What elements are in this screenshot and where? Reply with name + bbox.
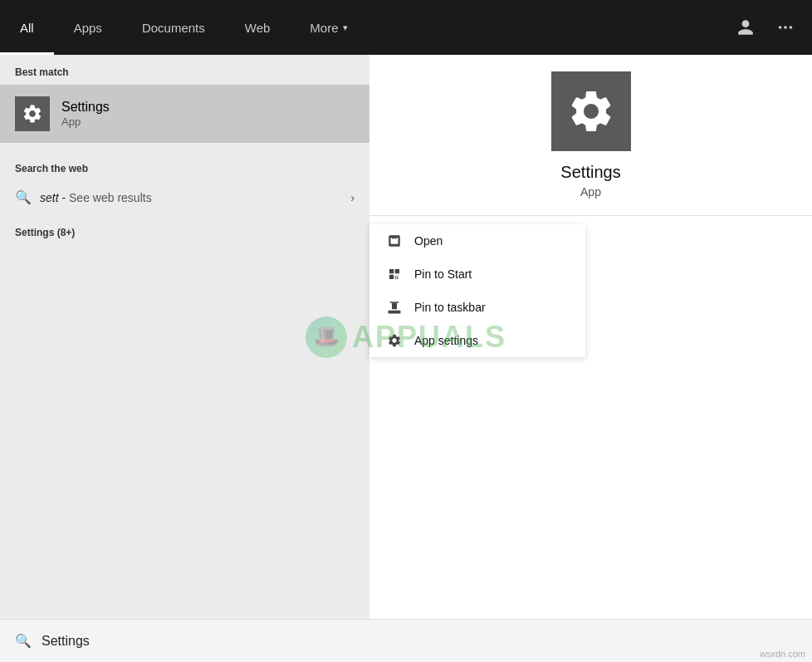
app-settings-gear-icon [386, 332, 403, 349]
settings-item-subtitle: App [61, 115, 110, 128]
person-icon-button[interactable] [729, 11, 762, 44]
left-panel: Best match Settings App Search the web 🔍… [0, 55, 369, 619]
chevron-down-icon: ▾ [343, 22, 348, 33]
tab-apps-label: Apps [74, 21, 102, 35]
top-navigation: All Apps Documents Web More ▾ [0, 0, 812, 55]
pin-taskbar-label: Pin to taskbar [414, 301, 486, 314]
main-area: Best match Settings App Search the web 🔍… [0, 55, 812, 619]
context-menu-pin-start[interactable]: Pin to Start [369, 257, 585, 291]
app-name: Settings [560, 163, 620, 182]
taskbar-search-bar: 🔍 wsxdn.com [0, 619, 812, 662]
settings-item-title: Settings [61, 100, 110, 115]
context-menu: Open Pin to Start Pin to taskbar App set… [369, 224, 585, 357]
svg-point-0 [779, 26, 782, 29]
search-separator: - [61, 191, 69, 204]
tab-more[interactable]: More ▾ [290, 0, 367, 55]
tab-all[interactable]: All [0, 0, 54, 55]
context-menu-pin-taskbar[interactable]: Pin to taskbar [369, 291, 585, 324]
ellipsis-icon-button[interactable] [769, 11, 802, 44]
chevron-right-icon: › [350, 191, 355, 204]
nav-right-actions [729, 0, 812, 55]
see-results-text: See web results [69, 191, 152, 204]
app-type: App [580, 185, 601, 199]
svg-rect-3 [392, 238, 397, 238]
app-detail: Settings App [369, 55, 812, 216]
tab-web-label: Web [245, 21, 271, 35]
wsxdn-watermark: wsxdn.com [760, 649, 805, 659]
taskbar-search-input[interactable] [42, 634, 797, 649]
search-icon: 🔍 [15, 189, 32, 205]
person-icon [736, 18, 755, 37]
pin-start-label: Pin to Start [414, 267, 472, 281]
gear-large-icon [566, 86, 616, 136]
pin-taskbar-icon [386, 299, 403, 316]
settings-large-icon [551, 71, 631, 151]
open-label: Open [414, 234, 443, 248]
search-web-label: Search the web [0, 151, 369, 181]
search-keyword: sett [40, 191, 59, 204]
best-match-label: Best match [0, 55, 369, 85]
settings-best-match-item[interactable]: Settings App [0, 85, 369, 143]
tab-documents-label: Documents [142, 21, 205, 35]
gear-icon [22, 103, 43, 125]
settings-small-icon [15, 96, 50, 131]
open-icon [386, 233, 403, 249]
search-web-section: Search the web 🔍 sett - See web results … [0, 143, 369, 217]
context-menu-app-settings[interactable]: App settings [369, 324, 585, 357]
tab-apps[interactable]: Apps [54, 0, 122, 55]
svg-rect-4 [389, 311, 401, 314]
tab-web[interactable]: Web [225, 0, 291, 55]
settings-item-text: Settings App [61, 100, 110, 128]
taskbar-search-icon: 🔍 [15, 633, 32, 649]
context-menu-open[interactable]: Open [369, 224, 585, 257]
search-web-text: sett - See web results [40, 191, 152, 204]
right-panel: Settings App Open Pin to Start P [369, 55, 812, 619]
settings-sub-label: Settings (8+) [0, 217, 369, 243]
tab-more-label: More [310, 21, 338, 35]
search-web-left: 🔍 sett - See web results [15, 189, 152, 205]
tab-documents[interactable]: Documents [122, 0, 225, 55]
pin-start-icon [386, 266, 403, 282]
search-web-row[interactable]: 🔍 sett - See web results › [0, 181, 369, 213]
tab-all-label: All [20, 21, 34, 35]
svg-point-2 [790, 26, 793, 29]
svg-point-1 [784, 26, 787, 29]
app-settings-label: App settings [414, 334, 478, 347]
ellipsis-icon [776, 18, 795, 37]
